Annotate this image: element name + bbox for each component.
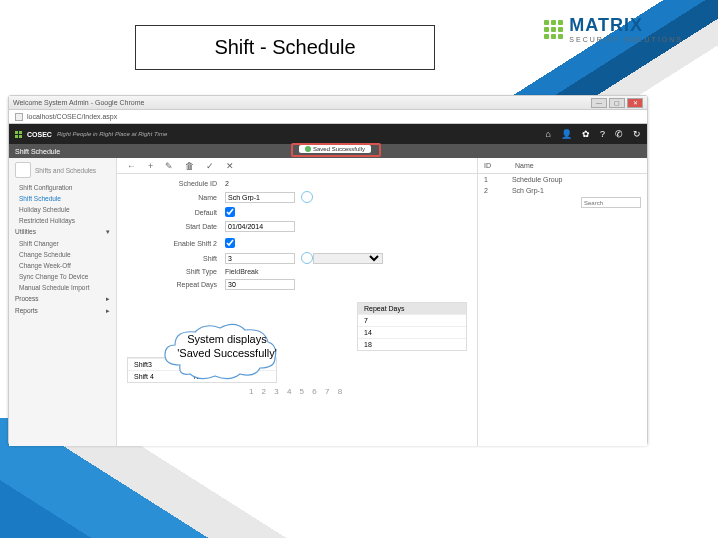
sidebar-section-reports[interactable]: Reports▸ (9, 305, 116, 317)
saved-toast: Saved Successfully (299, 145, 371, 153)
sidebar-group-header: Shifts and Schedules (9, 158, 116, 182)
page-icon (15, 113, 23, 121)
back-button[interactable]: ← (127, 161, 136, 171)
sidebar-item-shift-schedule[interactable]: Shift Schedule (9, 193, 116, 204)
annotation-circle (301, 252, 313, 264)
sidebar-item-shift-changer[interactable]: Shift Changer (9, 238, 116, 249)
label-schedule-id: Schedule ID (127, 180, 217, 187)
phone-icon[interactable]: ✆ (615, 129, 623, 139)
logo-subtitle: SECURITY SOLUTIONS (569, 36, 683, 43)
maximize-button[interactable]: ▢ (609, 98, 625, 108)
home-icon[interactable]: ⌂ (546, 129, 551, 139)
minimize-button[interactable]: — (591, 98, 607, 108)
sidebar-item-change-schedule[interactable]: Change Schedule (9, 249, 116, 260)
cancel-button[interactable]: ✕ (226, 161, 234, 171)
chevron-down-icon: ▾ (106, 228, 110, 236)
list-item[interactable]: 2Sch Grp-1 (478, 185, 647, 196)
label-name: Name (127, 194, 217, 201)
app-header: COSEC Right People in Right Place at Rig… (9, 124, 647, 144)
refresh-icon[interactable]: ↻ (633, 129, 641, 139)
browser-window: Welcome System Admin - Google Chrome — ▢… (8, 95, 648, 445)
enable-shift2-checkbox[interactable] (225, 238, 235, 248)
saved-text: Saved Successfully (313, 146, 365, 152)
list-item[interactable]: 1Schedule Group (478, 174, 647, 185)
window-titlebar: Welcome System Admin - Google Chrome — ▢… (9, 96, 647, 110)
user-icon[interactable]: 👤 (561, 129, 572, 139)
annotation-circle (301, 191, 313, 203)
add-button[interactable]: + (148, 161, 153, 171)
sidebar-item-manual-import[interactable]: Manual Schedule Import (9, 282, 116, 293)
sidebar-item-shift-config[interactable]: Shift Configuration (9, 182, 116, 193)
sidebar-item-restricted-holidays[interactable]: Restricted Holidays (9, 215, 116, 226)
pager[interactable]: 1 2 3 4 5 6 7 8 (127, 383, 467, 400)
annotation-callout: System displays 'Saved Successfully' (160, 320, 280, 385)
clipboard-icon (15, 162, 31, 178)
main-panel: ← + ✎ 🗑 ✓ ✕ Schedule ID2 Name Default St… (117, 158, 477, 446)
help-icon[interactable]: ? (600, 129, 605, 139)
sidebar-item-sync-device[interactable]: Sync Change To Device (9, 271, 116, 282)
value-schedule-id: 2 (225, 180, 229, 187)
success-icon (305, 146, 311, 152)
save-button[interactable]: ✓ (206, 161, 214, 171)
page-title: Shift Schedule (15, 148, 60, 155)
sidebar-item-change-weekoff[interactable]: Change Week-Off (9, 260, 116, 271)
col-name: Name (515, 162, 534, 169)
matrix-logo: MATRIX SECURITY SOLUTIONS (544, 15, 683, 43)
label-default: Default (127, 209, 217, 216)
sidebar-section-process[interactable]: Process▸ (9, 293, 116, 305)
label-enable-shift2: Enable Shift 2 (127, 240, 217, 247)
toolbar: ← + ✎ 🗑 ✓ ✕ (117, 158, 477, 174)
window-title: Welcome System Admin - Google Chrome (13, 99, 144, 106)
sidebar-section-utilities[interactable]: Utilities▾ (9, 226, 116, 238)
window-controls: — ▢ ✕ (591, 98, 643, 108)
chevron-right-icon: ▸ (106, 295, 110, 303)
label-shift: Shift (127, 255, 217, 262)
address-bar[interactable]: localhost/COSEC/Index.aspx (9, 110, 647, 124)
value-shift-type: FieldBreak (225, 268, 258, 275)
start-date-input[interactable] (225, 221, 295, 232)
table-row: 14 (358, 326, 466, 338)
table-row: 7 (358, 314, 466, 326)
delete-button[interactable]: 🗑 (185, 161, 194, 171)
slide-title: Shift - Schedule (135, 25, 435, 70)
shift-select[interactable] (313, 253, 383, 264)
repeat-days-table: Repeat Days 7 14 18 (357, 302, 467, 351)
label-repeat: Repeat Days (127, 281, 217, 288)
url-text: localhost/COSEC/Index.aspx (27, 113, 117, 120)
sub-header: Shift Schedule Saved Successfully (9, 144, 647, 158)
edit-button[interactable]: ✎ (165, 161, 173, 171)
app-brand: COSEC (27, 131, 52, 138)
sidebar-item-holiday-schedule[interactable]: Holiday Schedule (9, 204, 116, 215)
label-shift-type: Shift Type (127, 268, 217, 275)
label-start-date: Start Date (127, 223, 217, 230)
search-input[interactable] (581, 197, 641, 208)
default-checkbox[interactable] (225, 207, 235, 217)
close-button[interactable]: ✕ (627, 98, 643, 108)
app-tagline: Right People in Right Place at Right Tim… (57, 131, 167, 137)
table-row: 18 (358, 338, 466, 350)
repeat-input[interactable] (225, 279, 295, 290)
gear-icon[interactable]: ✿ (582, 129, 590, 139)
sidebar: Shifts and Schedules Shift Configuration… (9, 158, 117, 446)
name-input[interactable] (225, 192, 295, 203)
logo-brand: MATRIX (569, 15, 683, 36)
chevron-right-icon: ▸ (106, 307, 110, 315)
col-id: ID (484, 162, 491, 169)
shift-input[interactable] (225, 253, 295, 264)
callout-text: System displays 'Saved Successfully' (174, 332, 280, 360)
